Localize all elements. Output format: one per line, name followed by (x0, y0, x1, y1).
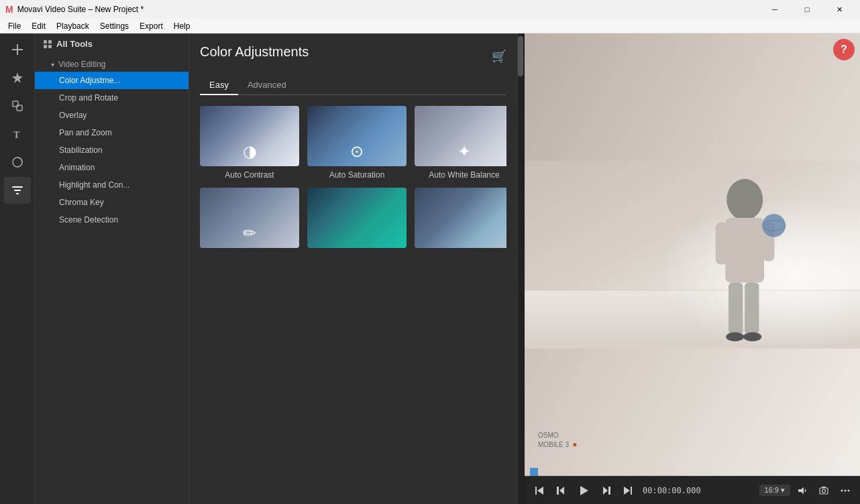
ca-thumb-auto-white-balance: ✦ (415, 106, 506, 166)
tools-panel-header: All Tools (35, 34, 189, 54)
ca-thumb-row2-2 (307, 188, 407, 248)
video-editing-header[interactable]: ▾ Video Editing (35, 57, 189, 72)
ca-item-auto-contrast[interactable]: ◑ Auto Contrast (200, 106, 299, 180)
ca-label-auto-white-balance: Auto White Balance (429, 170, 499, 180)
play-button[interactable] (573, 480, 594, 501)
ca-thumb-row2-1: ✏ (200, 188, 299, 248)
ca-label-auto-contrast: Auto Contrast (225, 170, 274, 180)
svg-marker-35 (624, 487, 630, 495)
ca-item-row2-3[interactable] (415, 188, 506, 252)
svg-marker-31 (580, 486, 588, 495)
skip-to-end-button[interactable] (619, 481, 637, 500)
sidebar-overlay[interactable] (4, 92, 31, 119)
svg-point-24 (726, 332, 744, 342)
svg-point-41 (845, 489, 847, 491)
svg-marker-32 (603, 487, 608, 495)
menu-help[interactable]: Help (168, 19, 196, 34)
svg-marker-36 (798, 487, 804, 494)
svg-rect-1 (12, 49, 23, 50)
tool-highlight-con[interactable]: Highlight and Con... (35, 176, 189, 194)
maximize-button[interactable]: □ (792, 0, 822, 19)
svg-rect-27 (535, 487, 537, 495)
svg-point-38 (822, 489, 826, 493)
skip-to-start-button[interactable] (530, 481, 549, 500)
titlebar: M Movavi Video Suite – New Project * ─ □… (0, 0, 860, 19)
aspect-ratio-selector[interactable]: 16:9 ▾ (759, 485, 790, 496)
color-adj-panel: Color Adjustments 🛒 Easy Advanced ◑ Auto… (189, 34, 518, 504)
svg-rect-11 (44, 45, 47, 48)
svg-point-40 (841, 489, 843, 491)
svg-point-22 (762, 214, 786, 237)
svg-point-42 (848, 489, 850, 491)
svg-text:T: T (13, 130, 20, 140)
svg-rect-39 (822, 487, 826, 488)
help-button[interactable]: ? (833, 39, 855, 60)
preview-scene: OSMOMOBILE 3 ● (525, 34, 860, 476)
svg-rect-8 (16, 193, 19, 194)
color-adj-title: Color Adjustments (200, 44, 309, 60)
scrubber-dot[interactable] (530, 468, 538, 476)
tool-chroma-key[interactable]: Chroma Key (35, 194, 189, 211)
svg-rect-6 (12, 186, 23, 188)
menu-edit[interactable]: Edit (26, 19, 51, 34)
snapshot-button[interactable] (814, 481, 833, 500)
tool-color-adjust[interactable]: Color Adjustme... (35, 72, 189, 89)
video-editing-label: Video Editing (58, 60, 106, 69)
step-forward-button[interactable] (597, 481, 616, 500)
more-options-button[interactable] (836, 481, 855, 500)
tab-advanced[interactable]: Advanced (238, 76, 296, 95)
menu-settings[interactable]: Settings (95, 19, 134, 34)
ca-item-row2-2[interactable] (307, 188, 407, 252)
ca-tabs: Easy Advanced (200, 76, 506, 95)
ca-item-row2-1[interactable]: ✏ (200, 188, 299, 252)
sidebar-text[interactable]: T (4, 121, 31, 147)
tools-panel: All Tools ▾ Video Editing Color Adjustme… (35, 34, 189, 504)
preview-video: OSMOMOBILE 3 ● ? (525, 34, 860, 476)
sidebar-filters[interactable] (4, 177, 31, 204)
cart-icon[interactable]: 🛒 (492, 49, 506, 64)
preview-area: OSMOMOBILE 3 ● ? 00:00: (525, 34, 860, 504)
ca-thumb-auto-saturation: ⊙ (307, 106, 407, 166)
menu-file[interactable]: File (3, 19, 26, 34)
svg-rect-34 (631, 487, 632, 495)
ca-item-auto-saturation[interactable]: ⊙ Auto Saturation (307, 106, 407, 180)
ca-item-auto-white-balance[interactable]: ✦ Auto White Balance (415, 106, 506, 180)
ca-grid: ◑ Auto Contrast ⊙ Auto Saturation ✦ Auto… (200, 106, 506, 252)
tool-overlay[interactable]: Overlay (35, 107, 189, 124)
tool-scene-detection[interactable]: Scene Detection (35, 211, 189, 229)
menu-playback[interactable]: Playback (51, 19, 95, 34)
menu-export[interactable]: Export (134, 19, 168, 34)
volume-button[interactable] (793, 481, 812, 500)
step-back-button[interactable] (551, 481, 570, 500)
ca-thumb-row2-3 (415, 188, 506, 248)
video-editing-section: ▾ Video Editing Color Adjustme... Crop a… (35, 54, 189, 231)
ca-thumb-auto-contrast: ◑ (200, 106, 299, 166)
tab-easy[interactable]: Easy (200, 76, 238, 95)
menubar: File Edit Playback Settings Export Help (0, 19, 860, 34)
sidebar-transitions[interactable] (4, 149, 31, 176)
title-left: M Movavi Video Suite – New Project * (5, 4, 144, 15)
ca-scrollbar[interactable] (518, 34, 523, 504)
svg-rect-15 (525, 161, 860, 349)
ca-scroll-thumb[interactable] (518, 36, 523, 76)
svg-rect-37 (820, 488, 828, 494)
svg-rect-7 (14, 190, 21, 191)
svg-rect-17 (725, 218, 764, 283)
tool-pan-zoom[interactable]: Pan and Zoom (35, 124, 189, 141)
tool-crop-rotate[interactable]: Crop and Rotate (35, 89, 189, 107)
auto-white-balance-icon: ✦ (458, 142, 471, 161)
sidebar-pin[interactable] (4, 64, 31, 91)
all-tools-label: All Tools (56, 39, 93, 49)
minimize-button[interactable]: ─ (759, 0, 790, 19)
svg-point-16 (727, 179, 763, 220)
close-button[interactable]: ✕ (824, 0, 855, 19)
osmo-label: OSMOMOBILE 3 ● (538, 431, 577, 449)
tool-stabilization[interactable]: Stabilization (35, 141, 189, 159)
svg-rect-9 (44, 40, 47, 44)
main-layout: T All Tools ▾ Video Editing Color Adjust… (0, 34, 860, 504)
icon-sidebar: T (0, 34, 35, 504)
svg-marker-29 (559, 487, 564, 495)
sidebar-add-media[interactable] (4, 36, 31, 63)
tool-animation[interactable]: Animation (35, 159, 189, 176)
auto-contrast-icon: ◑ (243, 142, 257, 161)
